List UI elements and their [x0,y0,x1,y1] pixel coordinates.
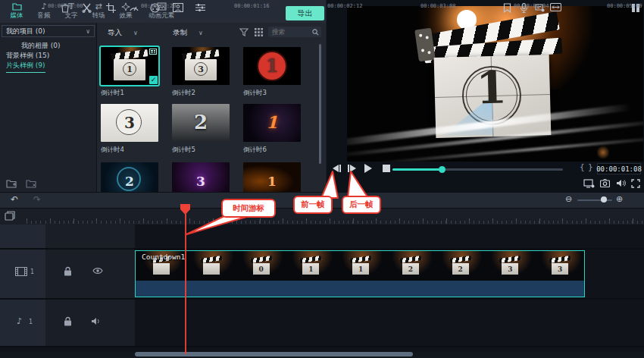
frame-number: 3 [502,263,518,275]
ruler-label: 00:00:03:08 [420,3,455,9]
timeline-horizontal-scrollbar[interactable] [135,352,413,356]
selected-check-icon: ✓ [149,76,158,84]
zoom-out-icon[interactable]: ⊖ [565,194,572,205]
snapshot-camera-icon[interactable] [600,179,610,187]
stop-button[interactable] [383,165,390,172]
tab-label: 效果 [120,11,133,20]
playhead-line[interactable] [185,214,186,354]
ruler-label: 00:00:04:04 [514,3,549,9]
media-scrollbar[interactable] [319,44,321,164]
search-input[interactable] [268,28,312,36]
speed-icon[interactable] [129,3,139,12]
mute-track-icon[interactable] [91,317,101,325]
audio-track-index: 1 [29,319,33,325]
media-item-countdown1[interactable]: 1 ✓ [101,47,158,85]
media-item-countdown9[interactable]: 1 [243,162,301,192]
tab-label: 转场 [92,11,105,20]
import-button[interactable]: 导入 [108,28,122,38]
frame-number [203,263,220,275]
playback-slider-handle[interactable] [439,166,445,173]
mark-in-icon[interactable]: { [580,162,585,172]
frame-number: 0 [253,263,270,275]
ruler-label: 00:00:05:00 [607,3,642,9]
media-item-label: 倒计时2 [172,89,195,98]
media-item-label: 倒计时4 [101,146,124,155]
clip-audio-region [136,281,584,297]
frame-number: 1 [352,263,369,275]
auto-ripple-icon[interactable] [550,3,561,11]
thumb-number: 1 [243,112,301,132]
media-item-countdown3[interactable]: 1 [243,47,301,85]
media-item-countdown5[interactable]: 2 [172,104,230,142]
lock-track-icon[interactable] [64,266,72,276]
preview-panel: 1 { } 00:00:01:08 [326,0,644,192]
ruler-label: 00:00:00:00 [48,3,83,9]
media-sidebar: 我的项目 (0) ∨ 我的相册 (0) 背景样例 (15) 片头样例 (9) [0,23,97,192]
split-scissors-icon[interactable] [82,3,92,13]
media-item-countdown7[interactable]: 2 [101,162,158,192]
sidebar-item-my-album[interactable]: 我的相册 (0) [21,41,61,51]
my-projects-label: 我的项目 (0) [6,27,45,36]
redo-icon[interactable]: ↷ [33,194,41,205]
media-item-countdown8[interactable]: 3 [172,162,230,192]
timeline-zoom-handle[interactable] [601,196,607,203]
thumb-number: 1 [123,62,136,76]
audio-track-icon: ♪ [17,316,22,327]
add-folder-icon[interactable] [6,179,17,189]
second-display-icon[interactable] [583,179,595,188]
annotation-prev-frame: 前一帧 [293,196,333,214]
toggle-visibility-eye-icon[interactable] [92,267,103,275]
transition-icon: ⇄ [95,2,102,11]
chevron-down-icon: ∨ [86,28,90,35]
search-icon [312,29,321,36]
mark-out-icon[interactable]: } [588,162,593,172]
timeline-clip-countdown1[interactable]: Countdown1 0 1 1 2 2 3 3 [135,250,585,297]
clip-name: Countdown1 [142,253,185,261]
ruler-label: 00:00:02:12 [327,3,362,9]
record-button[interactable]: 录制 [173,28,187,38]
undo-icon[interactable]: ↶ [11,194,18,205]
track-separator [0,248,644,250]
volume-icon[interactable] [616,179,626,187]
filmora-app-window: 媒体 ♪ 音频 T 文字 ⇄ 转场 效果 动画元素 导出 [0,0,644,358]
timeline-zoom-slider[interactable] [577,199,612,201]
play-button[interactable] [364,163,373,174]
media-item-countdown4[interactable]: 3 [101,104,158,142]
sidebar-item-intro-samples[interactable]: 片头样例 (9) [6,61,45,73]
next-frame-button[interactable] [347,164,358,173]
previous-frame-button[interactable] [331,164,342,173]
search-box[interactable] [268,27,321,37]
manage-tracks-icon[interactable] [5,211,15,221]
media-item-countdown6[interactable]: 1 [243,104,301,142]
media-library-panel: 导入 ∨ 录制 ∨ 1 ✓ 3 [97,23,326,192]
import-chevron-icon[interactable]: ∨ [133,30,138,36]
record-chevron-icon[interactable]: ∨ [199,30,203,36]
fullscreen-icon[interactable] [631,179,640,188]
crop-icon[interactable] [106,3,116,13]
track-separator [0,298,644,300]
media-item-countdown2[interactable]: 3 [172,47,230,85]
sidebar-item-background-samples[interactable]: 背景样例 (15) [6,51,49,61]
thumb-number: 3 [101,114,158,132]
light-reflection [597,145,609,160]
my-projects-dropdown[interactable]: 我的项目 (0) ∨ [2,25,95,37]
zoom-in-icon[interactable]: ⊕ [616,194,623,205]
grid-badge-icon [149,49,157,55]
playback-slider-fill [392,168,442,171]
tab-label: 音频 [38,11,51,20]
tab-media[interactable]: 媒体 [3,2,30,22]
frame-number: 1 [302,263,319,275]
filter-icon[interactable] [239,28,249,36]
video-track-index: 1 [30,268,34,275]
view-grid-icon[interactable] [255,28,263,36]
advanced-settings-icon[interactable] [195,3,205,12]
lock-track-icon[interactable] [64,316,72,326]
track-separator [0,346,644,347]
ruler-label: 00:00:01:16 [234,3,269,9]
delete-folder-icon[interactable] [26,179,37,189]
video-track-icon [15,267,27,276]
clip-filmstrip: 0 1 1 2 2 3 3 [136,251,584,281]
marker-icon[interactable] [503,3,511,13]
annotation-next-frame: 后一帧 [342,196,381,214]
export-button[interactable]: 导出 [286,6,324,20]
